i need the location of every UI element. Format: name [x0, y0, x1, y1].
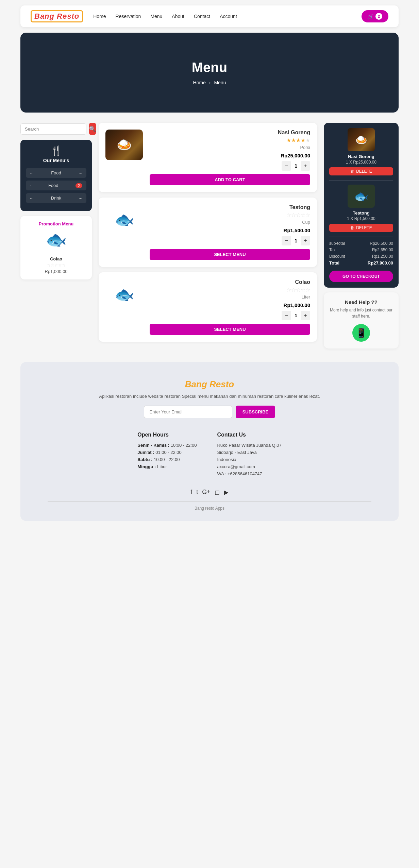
footer-copyright: Bang resto Apps — [48, 501, 371, 511]
nav-home[interactable]: Home — [93, 14, 106, 19]
category-dots-drink-right: ··· — [79, 195, 82, 201]
menu-list: 🍛 Nasi Goreng ★★★★★ Porsi Rp25,000.00 − … — [99, 123, 317, 347]
cart-item-nasi-goreng: 🍛 Nasi Goreng 1 X Rp25,000.00 🗑 DELETE — [329, 128, 393, 175]
nav-about[interactable]: About — [172, 14, 184, 19]
cart-nasi-goreng-delete-btn[interactable]: 🗑 DELETE — [329, 167, 393, 175]
youtube-icon[interactable]: ▶ — [224, 489, 229, 496]
promo-item-price: Rp1,000.00 — [26, 269, 86, 274]
search-icon: 🔍 — [89, 126, 96, 132]
total-value: Rp27,900.00 — [368, 260, 393, 266]
menu-item-card: 🍛 Nasi Goreng ★★★★★ Porsi Rp25,000.00 − … — [99, 123, 317, 192]
colao-unit: Liter — [150, 294, 310, 300]
testong-details: Testong ☆☆☆☆☆ Cup Rp1,500.00 − 1 + SELEC… — [150, 204, 310, 260]
testong-stars: ☆☆☆☆☆ — [150, 212, 310, 218]
footer-subscribe-btn[interactable]: SUBSCRIBE — [236, 406, 275, 418]
contact-address2: Sidoarjo - East Java — [217, 450, 281, 455]
category-label-drink: Drink — [51, 195, 61, 201]
colao-qty: 1 — [295, 313, 297, 318]
cart-button[interactable]: 🛒 2 — [362, 10, 388, 22]
contact-title: Contact Us — [217, 432, 281, 438]
category-item-all-food[interactable]: ··· Food ··· — [26, 168, 86, 178]
nav-menu[interactable]: Menu — [150, 14, 162, 19]
menu-categories-panel: 🍴 Our Menu's ··· Food ··· · Food 2 ··· D… — [20, 140, 92, 211]
testong-select-btn[interactable]: SELECT MENU — [150, 249, 310, 260]
facebook-icon[interactable]: f — [190, 489, 192, 496]
nasi-goreng-increase-btn[interactable]: + — [301, 161, 310, 171]
footer-open-hours: Open Hours Senin - Kamis : 10:00 - 22:00… — [137, 432, 197, 478]
cart-nasi-goreng-name: Nasi Goreng — [329, 154, 393, 159]
breadcrumb-separator: › — [209, 80, 211, 85]
menu-item-card-colao: 🐟 Colao ☆☆☆☆☆ Liter Rp1,000.00 − 1 + SEL… — [99, 272, 317, 342]
nav-account[interactable]: Account — [220, 14, 237, 19]
category-label-food1: Food — [51, 170, 61, 175]
colao-select-btn[interactable]: SELECT MENU — [150, 324, 310, 335]
total-row: Total Rp27,900.00 — [329, 260, 393, 266]
category-item-food[interactable]: · Food 2 — [26, 181, 86, 190]
left-sidebar: 🔍 🍴 Our Menu's ··· Food ··· · Food 2 ···… — [20, 123, 92, 279]
whatsapp-button[interactable]: 📱 — [352, 324, 370, 342]
colao-name: Colao — [150, 279, 310, 285]
colao-image: 🐟 — [105, 279, 143, 310]
nav-reservation[interactable]: Reservation — [116, 14, 141, 19]
nav-contact[interactable]: Contact — [194, 14, 210, 19]
category-dots-right: ··· — [79, 170, 82, 175]
promotion-card: Promotion Menu 🐟 Colao ☆☆☆☆☆ Rp1,000.00 — [20, 216, 92, 279]
help-title: Need Help ?? — [329, 299, 393, 305]
hours-fri: Jum'at : 01:00 - 22:00 — [137, 450, 197, 455]
total-label: Total — [329, 260, 339, 266]
cart-panel: 🍛 Nasi Goreng 1 X Rp25,000.00 🗑 DELETE 🐟… — [324, 123, 399, 288]
cart-fried-rice-emoji: 🍛 — [355, 134, 367, 146]
hours-mon-thu: Senin - Kamis : 10:00 - 22:00 — [137, 443, 197, 448]
delete-icon-2: 🗑 — [350, 225, 354, 230]
search-box: 🔍 — [20, 123, 92, 135]
help-panel: Need Help ?? More help and info just con… — [324, 292, 399, 348]
nasi-goreng-qty: 1 — [295, 163, 297, 169]
hero-section: Menu Home › Menu — [20, 33, 399, 113]
hours-sat: Sabtu : 10:00 - 22:00 — [137, 457, 197, 462]
testong-qty-control: − 1 + — [150, 236, 310, 245]
breadcrumb-home[interactable]: Home — [193, 80, 206, 85]
googleplus-icon[interactable]: G+ — [202, 489, 211, 496]
search-button[interactable]: 🔍 — [89, 123, 96, 135]
nasi-goreng-unit: Porsi — [150, 145, 310, 150]
colao-decrease-btn[interactable]: − — [282, 311, 291, 320]
category-dots-left: ··· — [30, 170, 34, 175]
nasi-goreng-decrease-btn[interactable]: − — [282, 161, 291, 171]
promo-stars: ☆☆☆☆☆ — [26, 263, 86, 268]
footer-logo: Bang Resto — [48, 379, 371, 390]
open-hours-title: Open Hours — [137, 432, 197, 438]
promo-image: 🐟 — [43, 230, 70, 254]
search-input[interactable] — [20, 123, 86, 135]
contact-wa: WA : +6285646104747 — [217, 471, 281, 476]
footer-contact-us: Contact Us Ruko Pasar Wisata Juanda Q.07… — [217, 432, 281, 478]
cart-testong-delete-btn[interactable]: 🗑 DELETE — [329, 224, 393, 232]
nasi-goreng-add-cart-btn[interactable]: ADD TO CART — [150, 174, 310, 185]
checkout-button[interactable]: GO TO CHECKOUT — [329, 271, 393, 282]
hero-title: Menu — [34, 60, 385, 75]
brand-logo[interactable]: Bang Resto — [31, 10, 83, 22]
breadcrumb-current: Menu — [214, 80, 226, 85]
instagram-icon[interactable]: ◻ — [215, 489, 220, 496]
footer-social: f t G+ ◻ ▶ — [48, 489, 371, 496]
footer: Bang Resto Aplikasi restoran include web… — [20, 362, 399, 521]
nasi-goreng-details: Nasi Goreng ★★★★★ Porsi Rp25,000.00 − 1 … — [150, 130, 310, 185]
twitter-icon[interactable]: t — [196, 489, 198, 496]
delete-label-2: DELETE — [356, 225, 372, 230]
colao-increase-btn[interactable]: + — [301, 311, 310, 320]
colao-price: Rp1,000.00 — [150, 302, 310, 308]
testong-image: 🐟 — [105, 204, 143, 235]
footer-email-form: SUBSCRIBE — [48, 406, 371, 418]
nasi-goreng-stars: ★★★★★ — [150, 137, 310, 143]
fork-knife-icon: 🍴 — [26, 145, 86, 156]
hours-sun: Minggu : Libur — [137, 464, 197, 469]
footer-email-input[interactable] — [144, 406, 232, 418]
cart-item-testong: 🐟 Testong 1 X Rp1,500.00 🗑 DELETE — [329, 185, 393, 232]
tax-label: Tax — [329, 248, 336, 252]
breadcrumb: Home › Menu — [34, 80, 385, 85]
cart-nasi-goreng-price: 1 X Rp25,000.00 — [329, 160, 393, 165]
testong-decrease-btn[interactable]: − — [282, 236, 291, 245]
category-item-drink[interactable]: ··· Drink ··· — [26, 193, 86, 203]
whatsapp-icon-symbol: 📱 — [356, 328, 367, 338]
testong-increase-btn[interactable]: + — [301, 236, 310, 245]
categories-title: Our Menu's — [26, 158, 86, 163]
